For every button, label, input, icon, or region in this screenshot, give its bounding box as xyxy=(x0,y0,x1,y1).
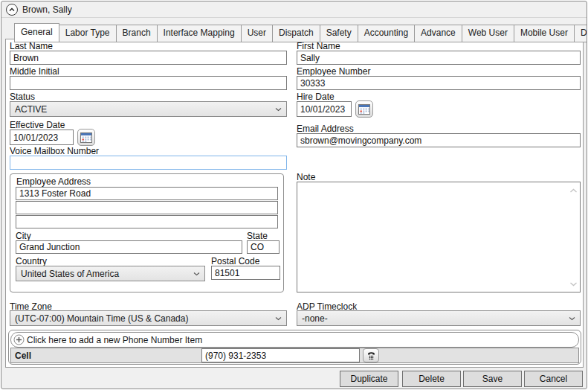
middle-initial-label: Middle Initial xyxy=(10,66,59,77)
tab-labor-type[interactable]: Labor Type xyxy=(59,25,117,42)
duplicate-button[interactable]: Duplicate xyxy=(340,371,398,387)
page-title: Brown, Sally xyxy=(22,4,72,15)
first-name-input[interactable] xyxy=(297,51,581,65)
hire-date-input[interactable] xyxy=(297,101,352,117)
employee-address-group-label: Employee Address xyxy=(16,176,91,187)
phone-type-label: Cell xyxy=(11,351,31,361)
hire-date-calendar-button[interactable] xyxy=(355,100,373,118)
calendar-icon xyxy=(80,132,92,143)
email-input[interactable] xyxy=(297,133,581,147)
add-phone-number-label: Click here to add a new Phone Number Ite… xyxy=(27,335,202,345)
state-label: State xyxy=(247,231,268,241)
employee-number-input[interactable] xyxy=(297,76,581,90)
collapse-button[interactable] xyxy=(6,4,18,16)
employee-detail-window: Brown, Sally General Labor Type Branch I… xyxy=(1,1,587,389)
tab-web-user[interactable]: Web User xyxy=(462,25,514,42)
cancel-button[interactable]: Cancel xyxy=(524,371,583,387)
effective-date-label: Effective Date xyxy=(10,120,65,130)
chevron-down-icon xyxy=(569,316,575,321)
effective-date-calendar-button[interactable] xyxy=(77,129,95,146)
postal-code-label: Postal Code xyxy=(211,256,259,266)
tab-branch[interactable]: Branch xyxy=(116,25,158,42)
address-line2-input[interactable] xyxy=(16,201,278,214)
address-line1-input[interactable] xyxy=(16,187,278,200)
delete-button[interactable]: Delete xyxy=(402,371,461,387)
email-label: Email Address xyxy=(297,124,354,134)
chevron-up-icon xyxy=(8,6,16,13)
tab-page-general: Last Name Middle Initial Status ACTIVE E… xyxy=(5,39,584,368)
tab-interface-mapping[interactable]: Interface Mapping xyxy=(157,25,242,42)
chevron-down-icon xyxy=(275,107,282,112)
chevron-down-icon xyxy=(193,272,200,276)
postal-code-input[interactable] xyxy=(211,266,280,280)
voice-mailbox-input[interactable] xyxy=(10,156,287,170)
address-line3-input[interactable] xyxy=(16,215,278,228)
adp-timeclock-value: -none- xyxy=(302,313,328,324)
first-name-label: First Name xyxy=(297,41,340,51)
city-label: City xyxy=(16,231,31,241)
time-zone-select[interactable]: (UTC-07:00) Mountain Time (US & Canada) xyxy=(10,310,287,326)
middle-initial-input[interactable] xyxy=(10,76,287,90)
employee-number-label: Employee Number xyxy=(297,66,370,77)
tab-safety[interactable]: Safety xyxy=(320,25,358,42)
note-textarea[interactable] xyxy=(297,182,581,292)
employee-address-group: Employee Address City State Country Post… xyxy=(10,173,284,292)
tab-mobile-user[interactable]: Mobile User xyxy=(514,25,575,42)
phone-number-row: Cell xyxy=(10,348,579,363)
status-label: Status xyxy=(10,92,35,102)
dial-phone-button[interactable] xyxy=(363,348,379,362)
adp-timeclock-select[interactable]: -none- xyxy=(297,310,581,326)
plus-icon xyxy=(13,334,25,345)
country-value: United States of America xyxy=(21,269,119,279)
city-input[interactable] xyxy=(16,240,242,254)
status-value: ACTIVE xyxy=(15,104,47,115)
status-select[interactable]: ACTIVE xyxy=(10,101,287,117)
last-name-label: Last Name xyxy=(10,41,53,51)
effective-date-input[interactable] xyxy=(10,130,74,145)
tab-strip: General Labor Type Branch Interface Mapp… xyxy=(14,25,587,42)
phone-icon xyxy=(366,351,376,360)
tab-accounting[interactable]: Accounting xyxy=(358,25,415,42)
scroll-down-icon[interactable] xyxy=(569,278,578,289)
tab-general[interactable]: General xyxy=(14,23,59,42)
window-header: Brown, Sally xyxy=(1,1,587,18)
voice-mailbox-label: Voice Mailbox Number xyxy=(10,146,99,156)
note-label: Note xyxy=(297,172,315,182)
phone-number-list: Click here to add a new Phone Number Ite… xyxy=(8,330,581,365)
tab-user[interactable]: User xyxy=(241,25,273,42)
time-zone-value: (UTC-07:00) Mountain Time (US & Canada) xyxy=(15,313,188,324)
tab-advance[interactable]: Advance xyxy=(414,25,462,42)
hire-date-label: Hire Date xyxy=(297,92,335,102)
last-name-input[interactable] xyxy=(10,51,287,65)
phone-number-input[interactable] xyxy=(201,348,360,362)
save-button[interactable]: Save xyxy=(463,371,522,387)
chevron-down-icon xyxy=(275,316,282,321)
calendar-icon xyxy=(358,104,370,115)
country-label: Country xyxy=(16,256,47,266)
country-select[interactable]: United States of America xyxy=(16,266,205,281)
tab-documents[interactable]: Documents xyxy=(574,25,587,42)
scroll-up-icon[interactable] xyxy=(569,185,578,196)
tab-dispatch[interactable]: Dispatch xyxy=(272,25,320,42)
state-input[interactable] xyxy=(247,240,280,254)
add-phone-number-button[interactable]: Click here to add a new Phone Number Ite… xyxy=(10,332,579,348)
